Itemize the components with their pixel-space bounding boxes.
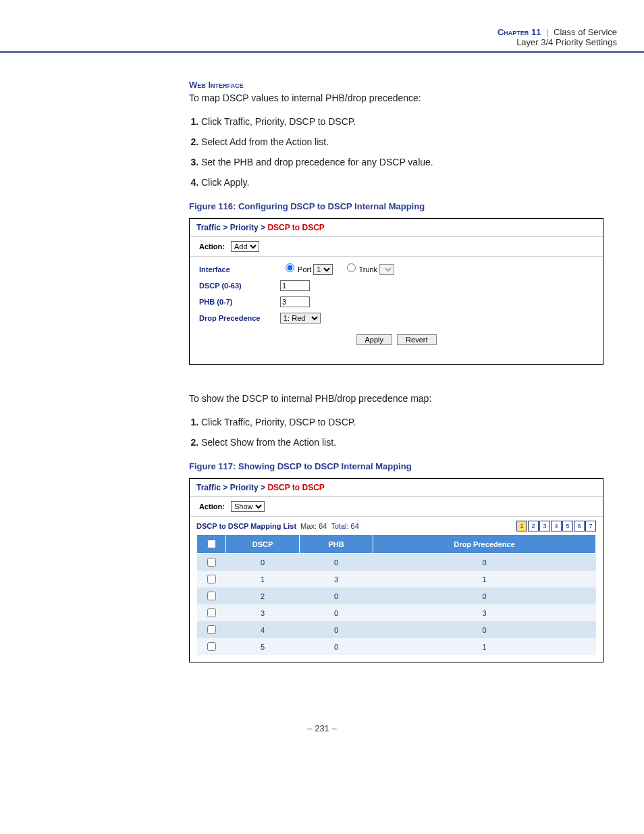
interface-label: Interface: [199, 265, 280, 273]
table-row: 501: [197, 638, 596, 655]
cell-dscp: 4: [226, 621, 300, 638]
row-checkbox[interactable]: [207, 608, 216, 617]
breadcrumb: Traffic > Priority > DSCP to DSCP: [190, 219, 603, 237]
port-select[interactable]: 1: [313, 264, 333, 275]
breadcrumb: Traffic > Priority > DSCP to DSCP: [190, 479, 603, 497]
cell-dscp: 0: [226, 554, 300, 571]
action-label: Action:: [199, 242, 225, 251]
steps-map: Click Traffic, Priority, DSCP to DSCP. S…: [189, 116, 603, 188]
step-item: Click Traffic, Priority, DSCP to DSCP.: [201, 116, 603, 127]
table-row: 000: [197, 554, 596, 571]
cell-drop: 1: [373, 638, 596, 655]
cell-dscp: 5: [226, 638, 300, 655]
drop-select[interactable]: 1: Red: [280, 313, 321, 323]
pager-page[interactable]: 6: [574, 521, 585, 531]
cell-dscp: 3: [226, 604, 300, 621]
cell-dscp: 2: [226, 588, 300, 604]
table-row: 303: [197, 604, 596, 621]
select-all-header: [197, 535, 226, 554]
trunk-label: Trunk: [358, 265, 377, 273]
pager-page[interactable]: 4: [551, 521, 562, 531]
pager-page[interactable]: 5: [562, 521, 573, 531]
figure-117-caption: Figure 117: Showing DSCP to DSCP Interna…: [189, 461, 603, 471]
pager-page[interactable]: 3: [539, 521, 550, 531]
cell-drop: 3: [373, 604, 596, 621]
drop-label: Drop Precedence: [199, 314, 280, 322]
cell-drop: 0: [373, 554, 596, 571]
steps-show: Click Traffic, Priority, DSCP to DSCP. S…: [189, 417, 603, 448]
port-label: Port: [298, 265, 311, 273]
port-radio[interactable]: [286, 263, 294, 272]
trunk-radio[interactable]: [347, 263, 356, 272]
step-item: Click Traffic, Priority, DSCP to DSCP.: [201, 417, 603, 427]
select-all-checkbox[interactable]: [207, 540, 216, 548]
section-title: Class of Service: [554, 27, 617, 37]
max-label: Max: 64: [300, 522, 327, 530]
row-checkbox[interactable]: [207, 558, 216, 567]
action-row: Action: Add: [190, 237, 603, 257]
dscp-add-panel: Traffic > Priority > DSCP to DSCP Action…: [189, 218, 603, 365]
page-header: Chapter 11 | Class of Service Layer 3/4 …: [0, 0, 644, 53]
pager-page[interactable]: 7: [585, 521, 596, 531]
step-item: Select Add from the Action list.: [201, 136, 603, 147]
step-item: Set the PHB and drop precedence for any …: [201, 157, 603, 167]
web-interface-heading: Web Interface: [189, 80, 603, 90]
action-label: Action:: [199, 502, 225, 511]
step-item: Click Apply.: [201, 177, 603, 188]
pager-page[interactable]: 2: [528, 521, 539, 531]
cell-dscp: 1: [226, 571, 300, 588]
page-number: – 231 –: [0, 696, 644, 760]
cell-drop: 0: [373, 621, 596, 638]
figure-116-caption: Figure 116: Configuring DSCP to DSCP Int…: [189, 201, 603, 211]
dscp-label: DSCP (0-63): [199, 282, 280, 290]
phb-input[interactable]: [280, 296, 310, 307]
cell-phb: 3: [300, 571, 373, 588]
col-drop: Drop Precedence: [373, 535, 596, 554]
intro-map: To map DSCP values to internal PHB/drop …: [189, 91, 603, 105]
pager: 1234567: [516, 521, 596, 531]
cell-drop: 1: [373, 571, 596, 588]
row-checkbox[interactable]: [207, 625, 216, 634]
revert-button[interactable]: Revert: [397, 334, 436, 345]
subsection-title: Layer 3/4 Priority Settings: [27, 37, 617, 47]
step-item: Select Show from the Action list.: [201, 437, 603, 448]
chapter-label: Chapter 11: [498, 27, 541, 37]
table-row: 131: [197, 571, 596, 588]
dscp-input[interactable]: [280, 280, 310, 291]
cell-phb: 0: [300, 554, 373, 571]
mapping-table: DSCP PHB Drop Precedence 000131200303400…: [196, 534, 596, 655]
cell-phb: 0: [300, 588, 373, 604]
table-row: 200: [197, 588, 596, 604]
action-select[interactable]: Show: [231, 501, 265, 512]
apply-button[interactable]: Apply: [356, 334, 393, 345]
action-select[interactable]: Add: [231, 241, 259, 252]
dscp-show-panel: Traffic > Priority > DSCP to DSCP Action…: [189, 478, 603, 662]
col-phb: PHB: [300, 535, 373, 554]
row-checkbox[interactable]: [207, 642, 216, 651]
action-row: Action: Show: [190, 497, 603, 517]
list-title: DSCP to DSCP Mapping List: [196, 522, 296, 530]
col-dscp: DSCP: [226, 535, 300, 554]
phb-label: PHB (0-7): [199, 298, 280, 306]
total-label: Total: 64: [331, 522, 359, 530]
table-row: 400: [197, 621, 596, 638]
pager-page[interactable]: 1: [516, 521, 527, 531]
row-checkbox[interactable]: [207, 575, 216, 583]
trunk-select[interactable]: [379, 264, 394, 275]
cell-phb: 0: [300, 638, 373, 655]
cell-phb: 0: [300, 621, 373, 638]
row-checkbox[interactable]: [207, 592, 216, 600]
cell-drop: 0: [373, 588, 596, 604]
intro-show: To show the DSCP to internal PHB/drop pr…: [189, 392, 603, 406]
cell-phb: 0: [300, 604, 373, 621]
